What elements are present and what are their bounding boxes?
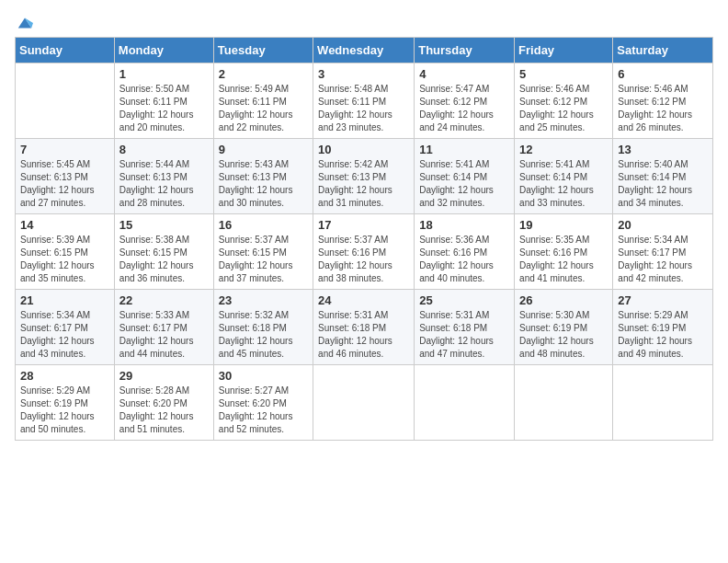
calendar-cell: 18Sunrise: 5:36 AMSunset: 6:16 PMDayligh… bbox=[415, 214, 515, 290]
calendar-header-row: SundayMondayTuesdayWednesdayThursdayFrid… bbox=[16, 38, 713, 63]
day-number: 27 bbox=[618, 293, 708, 307]
page-header bbox=[15, 15, 713, 29]
day-info: Sunrise: 5:42 AMSunset: 6:13 PMDaylight:… bbox=[318, 158, 409, 210]
day-info: Sunrise: 5:32 AMSunset: 6:18 PMDaylight:… bbox=[219, 309, 308, 361]
calendar-cell: 23Sunrise: 5:32 AMSunset: 6:18 PMDayligh… bbox=[213, 290, 313, 365]
day-info: Sunrise: 5:39 AMSunset: 6:15 PMDaylight:… bbox=[20, 234, 109, 285]
day-number: 24 bbox=[318, 293, 409, 307]
calendar-cell: 20Sunrise: 5:34 AMSunset: 6:17 PMDayligh… bbox=[613, 214, 713, 290]
day-info: Sunrise: 5:35 AMSunset: 6:16 PMDaylight:… bbox=[519, 234, 608, 285]
calendar-cell: 8Sunrise: 5:44 AMSunset: 6:13 PMDaylight… bbox=[114, 139, 213, 214]
calendar-cell: 11Sunrise: 5:41 AMSunset: 6:14 PMDayligh… bbox=[415, 139, 515, 214]
calendar-cell: 16Sunrise: 5:37 AMSunset: 6:15 PMDayligh… bbox=[213, 214, 313, 290]
day-number: 18 bbox=[419, 218, 509, 232]
day-info: Sunrise: 5:46 AMSunset: 6:12 PMDaylight:… bbox=[519, 83, 608, 134]
day-number: 4 bbox=[419, 67, 509, 81]
calendar-cell bbox=[16, 63, 115, 139]
day-number: 20 bbox=[618, 218, 708, 232]
day-info: Sunrise: 5:29 AMSunset: 6:19 PMDaylight:… bbox=[20, 385, 109, 436]
day-info: Sunrise: 5:29 AMSunset: 6:19 PMDaylight:… bbox=[618, 309, 708, 361]
calendar-cell: 5Sunrise: 5:46 AMSunset: 6:12 PMDaylight… bbox=[515, 63, 613, 139]
day-number: 21 bbox=[20, 293, 109, 307]
calendar-cell: 3Sunrise: 5:48 AMSunset: 6:11 PMDaylight… bbox=[313, 63, 415, 139]
calendar-header-thursday: Thursday bbox=[415, 38, 515, 63]
day-number: 14 bbox=[20, 218, 109, 232]
day-number: 5 bbox=[519, 67, 608, 81]
day-info: Sunrise: 5:37 AMSunset: 6:15 PMDaylight:… bbox=[219, 234, 308, 285]
day-number: 3 bbox=[318, 67, 409, 81]
calendar-header-friday: Friday bbox=[515, 38, 613, 63]
day-number: 7 bbox=[20, 143, 109, 156]
calendar-cell: 26Sunrise: 5:30 AMSunset: 6:19 PMDayligh… bbox=[515, 290, 613, 365]
calendar-cell: 22Sunrise: 5:33 AMSunset: 6:17 PMDayligh… bbox=[114, 290, 213, 365]
calendar-header-tuesday: Tuesday bbox=[213, 38, 313, 63]
day-number: 22 bbox=[119, 293, 209, 307]
calendar-cell: 21Sunrise: 5:34 AMSunset: 6:17 PMDayligh… bbox=[16, 290, 115, 365]
calendar-cell: 17Sunrise: 5:37 AMSunset: 6:16 PMDayligh… bbox=[313, 214, 415, 290]
calendar-table: SundayMondayTuesdayWednesdayThursdayFrid… bbox=[15, 37, 713, 441]
day-number: 9 bbox=[219, 143, 308, 156]
day-info: Sunrise: 5:27 AMSunset: 6:20 PMDaylight:… bbox=[219, 385, 308, 436]
calendar-cell: 12Sunrise: 5:41 AMSunset: 6:14 PMDayligh… bbox=[515, 139, 613, 214]
day-number: 26 bbox=[519, 293, 608, 307]
calendar-cell: 10Sunrise: 5:42 AMSunset: 6:13 PMDayligh… bbox=[313, 139, 415, 214]
calendar-week-row: 28Sunrise: 5:29 AMSunset: 6:19 PMDayligh… bbox=[16, 365, 713, 441]
calendar-week-row: 7Sunrise: 5:45 AMSunset: 6:13 PMDaylight… bbox=[16, 139, 713, 214]
day-number: 11 bbox=[419, 143, 509, 156]
calendar-cell: 15Sunrise: 5:38 AMSunset: 6:15 PMDayligh… bbox=[114, 214, 213, 290]
calendar-cell: 28Sunrise: 5:29 AMSunset: 6:19 PMDayligh… bbox=[16, 365, 115, 441]
day-number: 23 bbox=[219, 293, 308, 307]
day-info: Sunrise: 5:30 AMSunset: 6:19 PMDaylight:… bbox=[519, 309, 608, 361]
calendar-cell: 13Sunrise: 5:40 AMSunset: 6:14 PMDayligh… bbox=[613, 139, 713, 214]
calendar-cell: 7Sunrise: 5:45 AMSunset: 6:13 PMDaylight… bbox=[16, 139, 115, 214]
day-number: 1 bbox=[119, 67, 209, 81]
calendar-cell bbox=[415, 365, 515, 441]
calendar-cell: 29Sunrise: 5:28 AMSunset: 6:20 PMDayligh… bbox=[114, 365, 213, 441]
day-info: Sunrise: 5:44 AMSunset: 6:13 PMDaylight:… bbox=[119, 158, 209, 210]
day-info: Sunrise: 5:48 AMSunset: 6:11 PMDaylight:… bbox=[318, 83, 409, 134]
day-info: Sunrise: 5:46 AMSunset: 6:12 PMDaylight:… bbox=[618, 83, 708, 134]
day-info: Sunrise: 5:37 AMSunset: 6:16 PMDaylight:… bbox=[318, 234, 409, 285]
day-info: Sunrise: 5:34 AMSunset: 6:17 PMDaylight:… bbox=[618, 234, 708, 285]
calendar-week-row: 1Sunrise: 5:50 AMSunset: 6:11 PMDaylight… bbox=[16, 63, 713, 139]
day-info: Sunrise: 5:49 AMSunset: 6:11 PMDaylight:… bbox=[219, 83, 308, 134]
day-number: 15 bbox=[119, 218, 209, 232]
day-number: 10 bbox=[318, 143, 409, 156]
day-number: 8 bbox=[119, 143, 209, 156]
day-number: 2 bbox=[219, 67, 308, 81]
day-info: Sunrise: 5:33 AMSunset: 6:17 PMDaylight:… bbox=[119, 309, 209, 361]
calendar-header-wednesday: Wednesday bbox=[313, 38, 415, 63]
day-info: Sunrise: 5:38 AMSunset: 6:15 PMDaylight:… bbox=[119, 234, 209, 285]
day-info: Sunrise: 5:31 AMSunset: 6:18 PMDaylight:… bbox=[318, 309, 409, 361]
calendar-cell bbox=[613, 365, 713, 441]
calendar-cell: 30Sunrise: 5:27 AMSunset: 6:20 PMDayligh… bbox=[213, 365, 313, 441]
calendar-cell: 27Sunrise: 5:29 AMSunset: 6:19 PMDayligh… bbox=[613, 290, 713, 365]
calendar-week-row: 14Sunrise: 5:39 AMSunset: 6:15 PMDayligh… bbox=[16, 214, 713, 290]
day-number: 6 bbox=[618, 67, 708, 81]
day-info: Sunrise: 5:43 AMSunset: 6:13 PMDaylight:… bbox=[219, 158, 308, 210]
calendar-cell bbox=[515, 365, 613, 441]
day-info: Sunrise: 5:36 AMSunset: 6:16 PMDaylight:… bbox=[419, 234, 509, 285]
day-number: 16 bbox=[219, 218, 308, 232]
day-number: 13 bbox=[618, 143, 708, 156]
day-info: Sunrise: 5:45 AMSunset: 6:13 PMDaylight:… bbox=[20, 158, 109, 210]
day-info: Sunrise: 5:34 AMSunset: 6:17 PMDaylight:… bbox=[20, 309, 109, 361]
calendar-week-row: 21Sunrise: 5:34 AMSunset: 6:17 PMDayligh… bbox=[16, 290, 713, 365]
calendar-cell: 2Sunrise: 5:49 AMSunset: 6:11 PMDaylight… bbox=[213, 63, 313, 139]
day-info: Sunrise: 5:41 AMSunset: 6:14 PMDaylight:… bbox=[419, 158, 509, 210]
calendar-cell: 6Sunrise: 5:46 AMSunset: 6:12 PMDaylight… bbox=[613, 63, 713, 139]
day-info: Sunrise: 5:41 AMSunset: 6:14 PMDaylight:… bbox=[519, 158, 608, 210]
day-info: Sunrise: 5:40 AMSunset: 6:14 PMDaylight:… bbox=[618, 158, 708, 210]
calendar-cell bbox=[313, 365, 415, 441]
day-number: 30 bbox=[219, 369, 308, 383]
calendar-cell: 9Sunrise: 5:43 AMSunset: 6:13 PMDaylight… bbox=[213, 139, 313, 214]
day-number: 19 bbox=[519, 218, 608, 232]
day-info: Sunrise: 5:31 AMSunset: 6:18 PMDaylight:… bbox=[419, 309, 509, 361]
calendar-cell: 24Sunrise: 5:31 AMSunset: 6:18 PMDayligh… bbox=[313, 290, 415, 365]
calendar-header-sunday: Sunday bbox=[16, 38, 115, 63]
calendar-cell: 4Sunrise: 5:47 AMSunset: 6:12 PMDaylight… bbox=[415, 63, 515, 139]
day-info: Sunrise: 5:47 AMSunset: 6:12 PMDaylight:… bbox=[419, 83, 509, 134]
calendar-cell: 1Sunrise: 5:50 AMSunset: 6:11 PMDaylight… bbox=[114, 63, 213, 139]
calendar-header-monday: Monday bbox=[114, 38, 213, 63]
day-number: 28 bbox=[20, 369, 109, 383]
